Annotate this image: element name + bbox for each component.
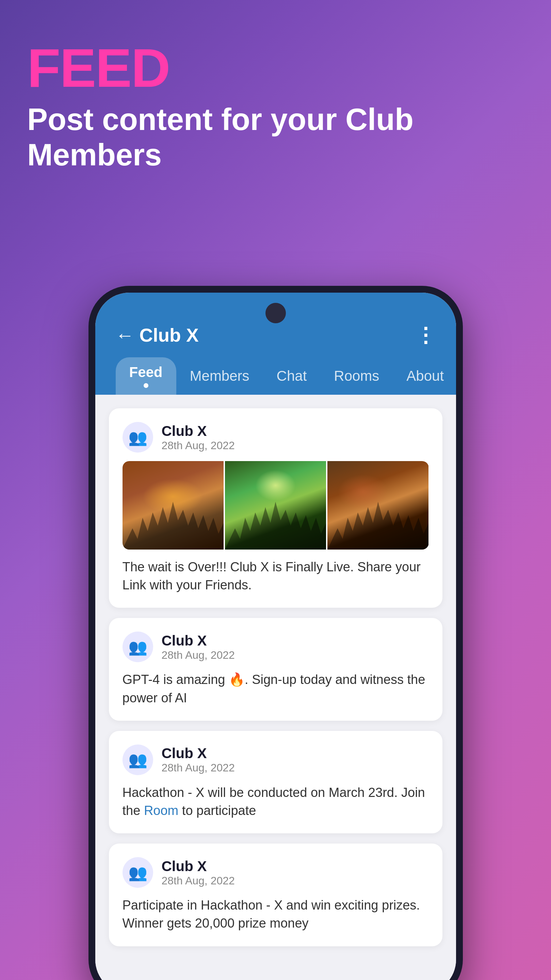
post-2-text: GPT-4 is amazing 🔥. Sign-up today and wi…: [123, 671, 429, 707]
post-1-images: [123, 461, 429, 550]
tab-indicator: [143, 383, 148, 388]
post-3-room-link[interactable]: Room: [144, 803, 178, 818]
club-avatar-4: 👥: [123, 857, 153, 888]
tab-feed[interactable]: Feed: [116, 357, 176, 395]
post-3-text-after: to participate: [178, 803, 256, 818]
tab-rooms[interactable]: Rooms: [320, 361, 393, 391]
club-avatar-3: 👥: [123, 745, 153, 775]
post-card-4: 👥 Club X 28th Aug, 2022 Participate in H…: [109, 843, 443, 946]
phone-frame: ← Club X ⋮ Feed Membe: [89, 286, 463, 980]
back-arrow-icon: ←: [116, 324, 134, 346]
post-4-header: 👥 Club X 28th Aug, 2022: [123, 857, 429, 888]
feed-title: FEED: [27, 41, 524, 95]
camera-notch: [266, 303, 286, 323]
post-3-text: Hackathon - X will be conducted on March…: [123, 784, 429, 820]
tab-chat[interactable]: Chat: [263, 361, 321, 391]
feed-content: 👥 Club X 28th Aug, 2022: [95, 395, 456, 980]
post-card-3: 👥 Club X 28th Aug, 2022 Hackathon - X wi…: [109, 731, 443, 833]
feed-subtitle: Post content for your Club Members: [27, 102, 524, 172]
image-panel-forest-3: [327, 461, 428, 550]
page-header: FEED Post content for your Club Members: [0, 0, 551, 193]
back-button[interactable]: ← Club X: [116, 324, 199, 346]
more-options-button[interactable]: ⋮: [415, 323, 436, 347]
group-icon-4: 👥: [128, 864, 147, 882]
tab-bar: Feed Members Chat Rooms: [116, 357, 436, 395]
post-card-1: 👥 Club X 28th Aug, 2022: [109, 408, 443, 608]
group-icon-2: 👥: [128, 638, 147, 656]
group-icon-1: 👥: [128, 428, 147, 447]
tab-about[interactable]: About: [393, 361, 456, 391]
phone-mockup: ← Club X ⋮ Feed Membe: [89, 286, 463, 980]
club-name-label: Club X: [140, 324, 199, 346]
post-4-date: 28th Aug, 2022: [162, 875, 235, 887]
post-1-date: 28th Aug, 2022: [162, 439, 235, 452]
post-card-2: 👥 Club X 28th Aug, 2022 GPT-4 is amazing…: [109, 618, 443, 721]
tab-members[interactable]: Members: [176, 361, 263, 391]
post-2-meta: Club X 28th Aug, 2022: [162, 633, 235, 662]
club-avatar-1: 👥: [123, 422, 153, 453]
post-3-date: 28th Aug, 2022: [162, 762, 235, 774]
post-1-meta: Club X 28th Aug, 2022: [162, 423, 235, 452]
post-3-header: 👥 Club X 28th Aug, 2022: [123, 745, 429, 775]
post-1-text: The wait is Over!!! Club X is Finally Li…: [123, 558, 429, 594]
post-4-club: Club X: [162, 858, 235, 875]
group-icon-3: 👥: [128, 751, 147, 769]
post-4-text: Participate in Hackathon - X and win exc…: [123, 896, 429, 932]
image-panel-forest-2: [225, 461, 326, 550]
image-panel-forest-1: [123, 461, 224, 550]
post-4-meta: Club X 28th Aug, 2022: [162, 858, 235, 887]
post-2-club: Club X: [162, 633, 235, 649]
post-1-header: 👥 Club X 28th Aug, 2022: [123, 422, 429, 453]
post-2-date: 28th Aug, 2022: [162, 649, 235, 662]
post-3-club: Club X: [162, 745, 235, 762]
post-2-header: 👥 Club X 28th Aug, 2022: [123, 632, 429, 662]
post-1-club: Club X: [162, 423, 235, 439]
phone-screen: ← Club X ⋮ Feed Membe: [95, 293, 456, 980]
club-avatar-2: 👥: [123, 632, 153, 662]
post-3-meta: Club X 28th Aug, 2022: [162, 745, 235, 774]
